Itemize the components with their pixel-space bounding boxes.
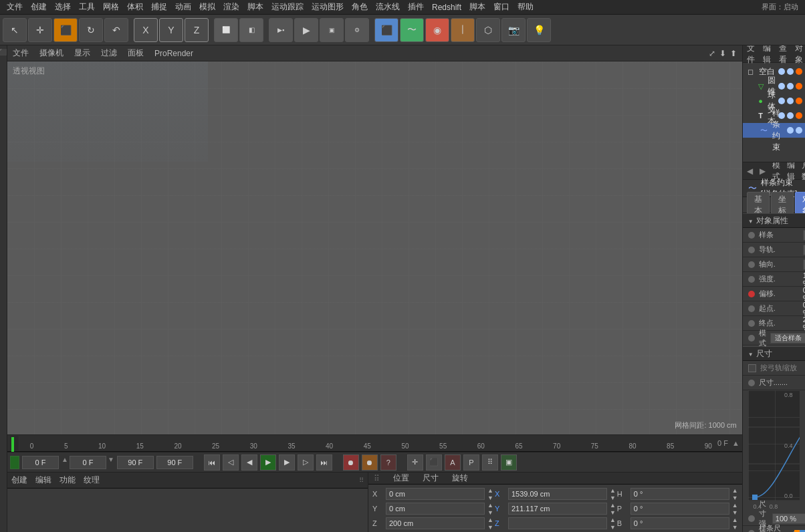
menu-motiontrack[interactable]: 运动跟踪 bbox=[267, 1, 308, 13]
tab-prorender[interactable]: ProRender bbox=[154, 49, 193, 58]
spline-btn[interactable]: 〜 bbox=[400, 18, 424, 42]
mode-select[interactable]: 适合样条 bbox=[770, 333, 805, 344]
menu-redshift[interactable]: Redshift bbox=[428, 3, 465, 12]
cone-vis-dot1[interactable] bbox=[778, 83, 785, 90]
auto-key-btn[interactable]: A bbox=[445, 454, 461, 471]
size-strength-input[interactable] bbox=[772, 513, 805, 524]
tab-camera[interactable]: 摄像机 bbox=[39, 47, 64, 59]
size-z-input[interactable] bbox=[508, 517, 607, 529]
text-tag-dot[interactable] bbox=[796, 112, 802, 119]
nurbs-btn[interactable]: ◉ bbox=[425, 18, 449, 42]
menu-mograph[interactable]: 运动图形 bbox=[308, 1, 348, 13]
menu-script2[interactable]: 脚本 bbox=[243, 1, 267, 13]
render-settings-btn[interactable]: ⚙ bbox=[345, 18, 369, 42]
section-toggle-icon[interactable] bbox=[748, 216, 754, 225]
menu-snap[interactable]: 捕捉 bbox=[147, 1, 171, 13]
rot-p-input[interactable] bbox=[630, 503, 729, 515]
move-key-btn[interactable]: ✛ bbox=[407, 454, 423, 471]
attr-nav-right[interactable]: ▶ bbox=[760, 166, 766, 176]
axis-y-btn[interactable]: Y bbox=[159, 18, 183, 42]
prev-key-btn[interactable]: ◀ bbox=[241, 454, 257, 471]
tab-texture[interactable]: 纹理 bbox=[84, 475, 100, 486]
frame-current-input[interactable] bbox=[70, 456, 106, 469]
viewport-icon-3[interactable]: ⬆ bbox=[730, 49, 737, 58]
3d-viewport[interactable]: ABCDEFG Y X 透视视图 网格间距: 1000 cm bbox=[7, 61, 742, 434]
render-btn[interactable]: ▶ bbox=[294, 18, 318, 42]
sphere-tag-dot[interactable] bbox=[796, 98, 802, 104]
size-x-arrows[interactable]: ▲▼ bbox=[610, 487, 616, 501]
dotgrid-btn[interactable]: ⠿ bbox=[482, 454, 498, 471]
cone-vis-dot2[interactable] bbox=[787, 83, 794, 90]
timeline-ticks[interactable]: 0 5 10 15 20 25 30 35 40 45 50 55 bbox=[19, 434, 713, 452]
axis-z-btn[interactable]: Z bbox=[185, 18, 209, 42]
obj-row-spline-constraint[interactable]: 〜 样条约束 bbox=[743, 123, 805, 138]
light-btn[interactable]: 💡 bbox=[527, 18, 551, 42]
tab-create[interactable]: 创建 bbox=[11, 475, 27, 486]
menu-select[interactable]: 选择 bbox=[51, 1, 75, 13]
rot-h-arrows[interactable]: ▲▼ bbox=[732, 487, 738, 501]
render-view-btn[interactable]: ▣ bbox=[320, 18, 344, 42]
menu-file[interactable]: 文件 bbox=[3, 1, 27, 13]
frame-up-btn[interactable]: ▲ bbox=[62, 456, 68, 469]
play-btn[interactable]: ▶ bbox=[260, 454, 276, 471]
timeline-view-btn[interactable]: ▣ bbox=[501, 454, 517, 471]
size-y-arrows[interactable]: ▲▼ bbox=[610, 502, 616, 516]
pos-x-arrows[interactable]: ▲▼ bbox=[487, 487, 493, 501]
pos-z-input[interactable] bbox=[386, 517, 485, 529]
menu-char[interactable]: 角色 bbox=[348, 1, 372, 13]
sphere-vis-dot1[interactable] bbox=[778, 98, 785, 104]
viewport-icon-1[interactable]: ⤢ bbox=[709, 49, 715, 58]
tab-display[interactable]: 显示 bbox=[74, 47, 90, 59]
rot-h-input[interactable] bbox=[630, 488, 729, 500]
side-icon-1[interactable]: ⬛ bbox=[0, 48, 7, 55]
deformer-btn[interactable]: 〡 bbox=[451, 18, 475, 42]
prev-frame-btn[interactable]: ◁ bbox=[223, 454, 239, 471]
cube-btn[interactable]: ⬛ bbox=[374, 18, 398, 42]
record-btn[interactable]: ⏺ bbox=[343, 454, 359, 471]
menu-script[interactable]: 脚本 bbox=[465, 1, 489, 13]
timeline-expand-btn[interactable]: ▲ bbox=[732, 439, 739, 447]
sphere-vis-dot2[interactable] bbox=[787, 98, 794, 104]
tab-edit[interactable]: 编辑 bbox=[35, 475, 51, 486]
sc-vis-dot2[interactable] bbox=[796, 127, 802, 134]
menu-help[interactable]: 帮助 bbox=[513, 1, 538, 13]
null-vis-dot2[interactable] bbox=[787, 68, 794, 75]
frame-start-input[interactable] bbox=[22, 456, 59, 469]
transform-btn2[interactable]: ◧ bbox=[239, 18, 263, 42]
tab-function[interactable]: 功能 bbox=[60, 475, 76, 486]
rot-b-input[interactable] bbox=[630, 517, 729, 529]
menu-window[interactable]: 窗口 bbox=[489, 1, 513, 13]
pos-x-input[interactable] bbox=[386, 488, 485, 500]
menu-pipeline[interactable]: 流水线 bbox=[372, 1, 404, 13]
pos-y-arrows[interactable]: ▲▼ bbox=[487, 502, 493, 516]
menu-mesh[interactable]: 网格 bbox=[99, 1, 123, 13]
tab-view[interactable]: 文件 bbox=[13, 47, 29, 59]
transform-btn1[interactable]: ⬜ bbox=[214, 18, 238, 42]
camera-btn[interactable]: 📷 bbox=[501, 18, 526, 42]
menu-tools[interactable]: 工具 bbox=[75, 1, 99, 13]
rotate-tool-btn[interactable]: ↻ bbox=[79, 18, 103, 42]
rot-p-arrows[interactable]: ▲▼ bbox=[732, 502, 738, 516]
spline-size-handle-right[interactable] bbox=[794, 530, 800, 533]
undo-tool-btn[interactable]: ↶ bbox=[104, 18, 128, 42]
menu-sim[interactable]: 模拟 bbox=[195, 1, 219, 13]
frame-down-btn[interactable]: ▼ bbox=[108, 456, 114, 469]
env-btn[interactable]: ⬡ bbox=[476, 18, 500, 42]
size-x-input[interactable] bbox=[508, 488, 607, 500]
cone-tag-dot[interactable] bbox=[796, 83, 802, 90]
size-toggle-icon[interactable] bbox=[748, 349, 754, 358]
menu-volume[interactable]: 体积 bbox=[123, 1, 147, 13]
go-start-btn[interactable]: ⏮ bbox=[204, 454, 220, 471]
sel-key-btn[interactable]: ⬛ bbox=[426, 454, 442, 471]
menu-render[interactable]: 渲染 bbox=[219, 1, 243, 13]
null-vis-dot1[interactable] bbox=[778, 68, 785, 75]
pos-y-input[interactable] bbox=[386, 503, 485, 515]
move-tool-btn[interactable]: ✛ bbox=[28, 18, 52, 42]
menu-plugin[interactable]: 插件 bbox=[404, 1, 428, 13]
record-pos-btn[interactable]: ⏺ bbox=[362, 454, 378, 471]
frame-end2-input[interactable] bbox=[156, 456, 193, 469]
next-key-btn[interactable]: ▶ bbox=[279, 454, 295, 471]
stretch-checkbox[interactable] bbox=[748, 364, 756, 372]
render-region-btn[interactable]: ▶▪ bbox=[269, 18, 293, 42]
spline-size-handle-left[interactable] bbox=[800, 530, 805, 533]
